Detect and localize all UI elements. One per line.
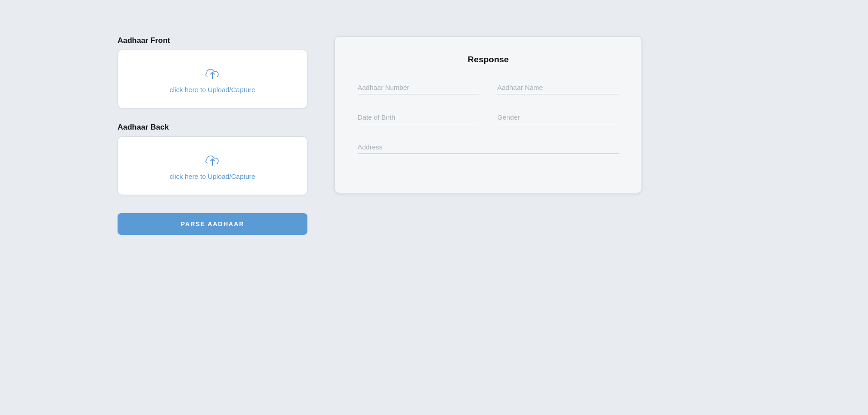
left-panel: Aadhaar Front click here to Upload/Captu… <box>118 36 307 235</box>
gender-field <box>497 111 619 124</box>
aadhaar-front-section: Aadhaar Front click here to Upload/Captu… <box>118 36 307 108</box>
aadhaar-back-upload-box[interactable]: click here to Upload/Capture <box>118 136 307 195</box>
aadhaar-back-section: Aadhaar Back click here to Upload/Captur… <box>118 123 307 195</box>
row-2 <box>358 111 619 124</box>
aadhaar-name-field <box>497 81 619 94</box>
date-of-birth-field <box>358 111 479 124</box>
address-input[interactable] <box>358 140 619 154</box>
aadhaar-front-upload-box[interactable]: click here to Upload/Capture <box>118 50 307 108</box>
cloud-upload-icon <box>203 65 222 81</box>
address-field <box>358 140 619 154</box>
response-card: Response <box>335 36 642 193</box>
row-1 <box>358 81 619 94</box>
response-title: Response <box>358 55 619 65</box>
date-of-birth-input[interactable] <box>358 111 479 124</box>
front-upload-text: click here to Upload/Capture <box>170 86 255 93</box>
gender-input[interactable] <box>497 111 619 124</box>
row-3 <box>358 140 619 154</box>
aadhaar-name-input[interactable] <box>497 81 619 94</box>
aadhaar-number-field <box>358 81 479 94</box>
aadhaar-number-input[interactable] <box>358 81 479 94</box>
aadhaar-front-label: Aadhaar Front <box>118 36 307 45</box>
page-container: Aadhaar Front click here to Upload/Captu… <box>118 36 750 235</box>
aadhaar-back-label: Aadhaar Back <box>118 123 307 132</box>
right-panel: Response <box>335 36 750 193</box>
back-upload-text: click here to Upload/Capture <box>170 173 255 180</box>
parse-aadhaar-button[interactable]: PARSE AADHAAR <box>118 213 307 235</box>
cloud-upload-icon-2 <box>203 152 222 168</box>
